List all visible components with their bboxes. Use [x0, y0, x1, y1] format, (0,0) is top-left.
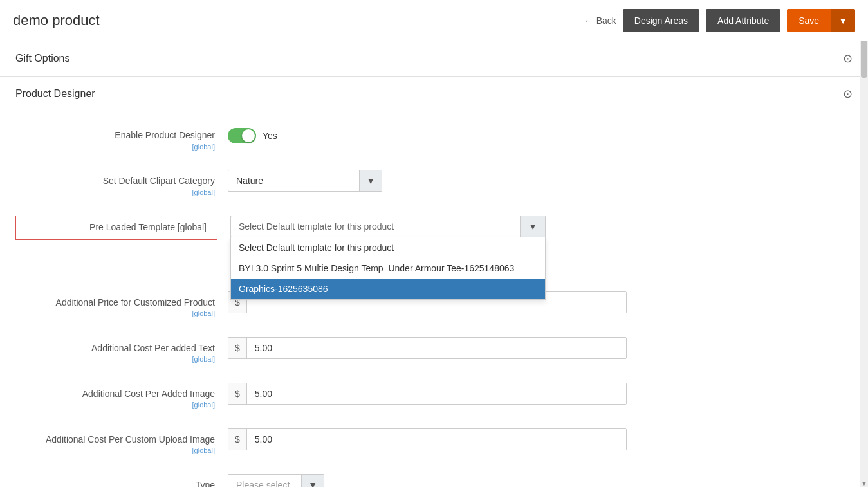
cost-per-upload-currency: $	[228, 429, 247, 450]
product-designer-toggle-icon: ⊙	[843, 87, 853, 101]
cost-per-text-label: Additional Cost Per added Text [global]	[15, 337, 228, 365]
cost-per-text-input[interactable]	[247, 338, 626, 358]
cost-per-upload-input[interactable]	[247, 429, 626, 450]
product-designer-section: Product Designer ⊙ Enable Product Design…	[0, 77, 868, 487]
clipart-category-row: Set Default Clipart Category [global] Na…	[15, 170, 853, 198]
cost-per-text-currency: $	[228, 338, 247, 358]
page-title: demo product	[13, 12, 584, 29]
enable-designer-label: Enable Product Designer [global]	[15, 124, 228, 152]
template-select-placeholder: Select Default template for this product	[231, 216, 520, 237]
cost-per-upload-control: $	[228, 428, 665, 450]
header-actions: ← Back Design Areas Add Attribute Save ▼	[584, 9, 855, 32]
cost-per-image-input[interactable]	[247, 383, 626, 404]
clipart-category-arrow-icon[interactable]: ▼	[359, 170, 382, 191]
template-dropdown-list: Select Default template for this product…	[230, 237, 546, 300]
cost-per-image-input-wrap: $	[228, 383, 627, 405]
type-select-arrow-icon[interactable]: ▼	[301, 475, 324, 488]
cost-per-image-control: $	[228, 383, 665, 405]
save-group: Save ▼	[787, 9, 855, 32]
dropdown-item-1[interactable]: BYI 3.0 Sprint 5 Multie Design Temp_Unde…	[231, 258, 545, 279]
dropdown-item-2[interactable]: Graphics-1625635086	[231, 279, 545, 299]
product-designer-header[interactable]: Product Designer ⊙	[0, 77, 868, 111]
pre-loaded-template-label: Pre Loaded Template [global]	[15, 216, 217, 240]
cost-per-text-input-wrap: $	[228, 337, 627, 359]
clipart-category-control: Nature ▼	[228, 170, 665, 192]
add-attribute-button[interactable]: Add Attribute	[706, 9, 780, 32]
gift-options-title: Gift Options	[15, 53, 69, 64]
toggle-knob	[242, 129, 255, 142]
cost-per-image-currency: $	[228, 383, 247, 404]
back-button[interactable]: ← Back	[584, 15, 616, 26]
scrollbar[interactable]: ▲ ▼	[860, 0, 868, 487]
product-designer-title: Product Designer	[15, 88, 95, 100]
type-row: Type [global] Please select ▼	[15, 474, 853, 488]
product-designer-content: Enable Product Designer [global] Yes Set…	[0, 111, 868, 487]
type-select-placeholder: Please select	[228, 475, 301, 488]
gift-options-section: Gift Options ⊙	[0, 41, 868, 77]
save-dropdown-icon: ▼	[838, 15, 847, 26]
enable-designer-row: Enable Product Designer [global] Yes	[15, 124, 853, 152]
back-arrow-icon: ←	[584, 15, 593, 26]
dropdown-item-0[interactable]: Select Default template for this product	[231, 237, 545, 258]
gift-options-header[interactable]: Gift Options ⊙	[0, 41, 868, 76]
pre-loaded-template-control: Select Default template for this product…	[230, 216, 546, 237]
additional-price-label: Additional Price for Customized Product …	[15, 291, 228, 319]
cost-per-upload-input-wrap: $	[228, 428, 627, 450]
back-label: Back	[596, 15, 616, 26]
cost-per-text-control: $	[228, 337, 665, 359]
cost-per-text-row: Additional Cost Per added Text [global] …	[15, 337, 853, 365]
type-label: Type [global]	[15, 474, 228, 488]
type-control: Please select ▼	[228, 474, 665, 488]
save-dropdown-button[interactable]: ▼	[831, 9, 855, 32]
pre-loaded-template-row: Pre Loaded Template [global] Select Defa…	[15, 216, 853, 240]
page-header: demo product ← Back Design Areas Add Att…	[0, 0, 868, 41]
design-areas-button[interactable]: Design Areas	[623, 9, 699, 32]
type-select[interactable]: Please select ▼	[228, 474, 324, 488]
enable-designer-toggle[interactable]	[228, 128, 256, 143]
enable-designer-control: Yes	[228, 124, 277, 143]
cost-per-image-label: Additional Cost Per Added Image [global]	[15, 383, 228, 410]
cost-per-image-row: Additional Cost Per Added Image [global]…	[15, 383, 853, 410]
template-select[interactable]: Select Default template for this product…	[230, 216, 546, 237]
clipart-category-select[interactable]: Nature ▼	[228, 170, 382, 192]
scroll-down-icon[interactable]: ▼	[860, 480, 868, 487]
template-select-arrow-icon[interactable]: ▼	[520, 216, 545, 237]
cost-per-upload-row: Additional Cost Per Custom Upload Image …	[15, 428, 853, 456]
clipart-category-value: Nature	[228, 170, 359, 191]
gift-options-toggle-icon: ⊙	[843, 51, 853, 66]
enable-designer-value: Yes	[263, 131, 277, 141]
main-content: Gift Options ⊙ Product Designer ⊙ Enable…	[0, 41, 868, 487]
save-button[interactable]: Save	[787, 9, 831, 32]
clipart-category-label: Set Default Clipart Category [global]	[15, 170, 228, 198]
cost-per-upload-label: Additional Cost Per Custom Upload Image …	[15, 428, 228, 456]
